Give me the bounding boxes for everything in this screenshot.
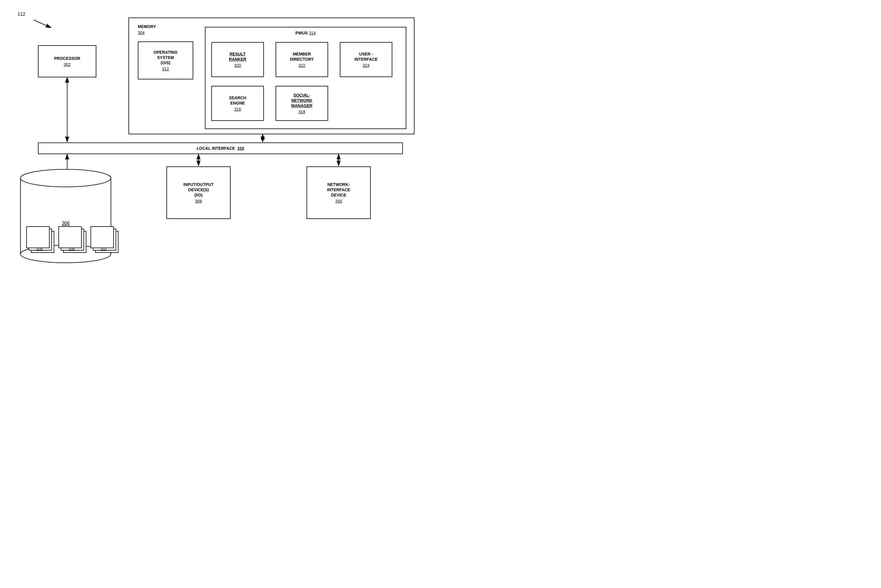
network-device-number: 330 — [335, 199, 342, 204]
search-engine-box: SEARCHENGNE 316 — [211, 86, 264, 121]
user-interface-box: USER -INTERFACE 324 — [340, 42, 393, 77]
network-device-label: NETWORK-INTERFACEDEVICE — [327, 182, 350, 198]
os-box: OPERATINGSYSTEM(O/S) 312 — [138, 42, 193, 80]
stack-326: 326 — [26, 226, 52, 252]
memory-label-area: MEMORY 304 — [138, 24, 156, 35]
stack-332-sheet1 — [90, 226, 114, 248]
pwus-box: PWUS 314 RESULTRANKER 320 MEMBERDIRECTOR… — [205, 27, 406, 129]
pwus-label: PWUS — [295, 31, 308, 35]
stack-326-number: 326 — [36, 247, 43, 251]
member-directory-box: MEMBERDIRECTORY 322 — [276, 42, 328, 77]
stack-groups: 326 328 332 — [26, 226, 117, 252]
search-engine-number: 316 — [234, 107, 241, 111]
stack-328-sheet1 — [58, 226, 82, 248]
memory-box: MEMORY 304 OPERATINGSYSTEM(O/S) 312 PWUS… — [129, 18, 415, 134]
user-interface-label: USER -INTERFACE — [354, 51, 378, 62]
datastore-svg: 306 — [18, 166, 117, 268]
result-ranker-label: RESULTRANKER — [229, 51, 246, 62]
local-interface-number: 310 — [237, 146, 244, 151]
social-network-manager-box: SOCIAL-NETWORKMANAGER 318 — [276, 86, 328, 121]
local-interface-bar: LOCAL INTERFACE 310 — [38, 142, 403, 154]
diagram: 112 PROCESSOR 302 MEMORY 304 OPERATINGSY… — [0, 0, 440, 294]
user-interface-number: 324 — [363, 63, 369, 68]
processor-label: PROCESSOR — [54, 56, 80, 61]
result-ranker-box: RESULTRANKER 320 — [211, 42, 264, 77]
io-device-number: 308 — [195, 199, 202, 204]
io-device-label: INPUT/OUTPUTDEVICE(S)(I/O) — [183, 182, 213, 198]
datastore-container: 306 326 328 332 — [18, 166, 117, 268]
svg-text:306: 306 — [62, 221, 70, 226]
result-ranker-number: 320 — [234, 63, 241, 68]
stack-328-number: 328 — [68, 247, 75, 251]
local-interface-label: LOCAL INTERFACE — [197, 146, 235, 151]
pwus-number: 314 — [309, 31, 316, 35]
os-label: OPERATINGSYSTEM(O/S) — [154, 50, 177, 66]
processor-number: 302 — [64, 62, 70, 67]
stack-332: 332 — [90, 226, 117, 252]
network-device-box: NETWORK-INTERFACEDEVICE 330 — [307, 166, 371, 219]
stack-328: 328 — [58, 226, 85, 252]
stack-326-sheet1 — [26, 226, 49, 248]
social-network-manager-label: SOCIAL-NETWORKMANAGER — [291, 93, 312, 109]
processor-box: PROCESSOR 302 — [38, 45, 96, 77]
ref-112-arrow — [34, 20, 51, 28]
io-device-box: INPUT/OUTPUTDEVICE(S)(I/O) 308 — [166, 166, 231, 219]
search-engine-label: SEARCHENGNE — [229, 95, 246, 106]
social-network-manager-number: 318 — [298, 110, 305, 114]
stack-332-number: 332 — [100, 247, 107, 251]
member-directory-number: 322 — [298, 63, 305, 68]
pwus-label-area: PWUS 314 — [295, 30, 316, 36]
member-directory-label: MEMBERDIRECTORY — [290, 51, 314, 62]
os-number: 312 — [162, 67, 169, 71]
memory-label: MEMORY — [138, 24, 156, 29]
ref-label-112: 112 — [18, 12, 25, 17]
svg-point-3 — [21, 170, 111, 187]
memory-number: 304 — [138, 30, 156, 35]
